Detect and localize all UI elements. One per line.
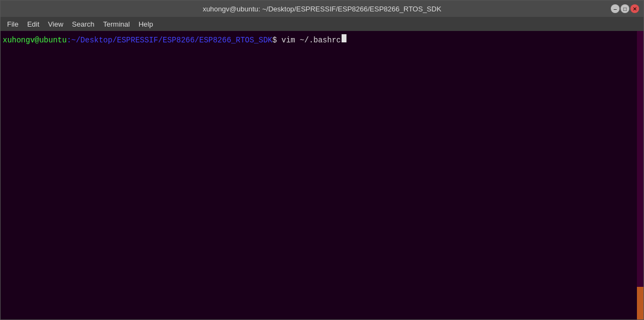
title-bar: xuhongv@ubuntu: ~/Desktop/ESPRESSIF/ESP8… — [1, 1, 643, 17]
menu-view[interactable]: View — [44, 19, 67, 29]
menu-terminal[interactable]: Terminal — [99, 19, 134, 29]
maximize-button[interactable]: □ — [621, 4, 629, 13]
minimize-button[interactable]: – — [611, 4, 620, 13]
terminal-body[interactable]: xuhongv@ubuntu :~/Desktop/ESPRESSIF/ESP8… — [1, 31, 643, 319]
terminal-cursor — [342, 34, 346, 42]
terminal-prompt-line: xuhongv@ubuntu :~/Desktop/ESPRESSIF/ESP8… — [3, 34, 641, 46]
menu-edit[interactable]: Edit — [23, 19, 44, 29]
window-title: xuhongv@ubuntu: ~/Desktop/ESPRESSIF/ESP8… — [203, 5, 442, 13]
terminal-window: xuhongv@ubuntu: ~/Desktop/ESPRESSIF/ESP8… — [0, 0, 644, 320]
prompt-dollar: $ — [273, 35, 277, 46]
prompt-user: xuhongv@ubuntu — [3, 35, 67, 46]
window-controls: – □ ✕ — [611, 4, 639, 13]
menu-search[interactable]: Search — [67, 19, 98, 29]
menu-bar: File Edit View Search Terminal Help — [1, 17, 643, 31]
close-button[interactable]: ✕ — [630, 4, 639, 13]
prompt-path: :~/Desktop/ESPRESSIF/ESP8266/ESP8266_RTO… — [67, 35, 273, 46]
terminal-command: vim ~/.bashrc — [277, 35, 341, 46]
menu-file[interactable]: File — [3, 19, 23, 29]
scrollbar-thumb[interactable] — [637, 287, 643, 319]
scrollbar[interactable] — [637, 31, 643, 319]
menu-help[interactable]: Help — [134, 19, 158, 29]
